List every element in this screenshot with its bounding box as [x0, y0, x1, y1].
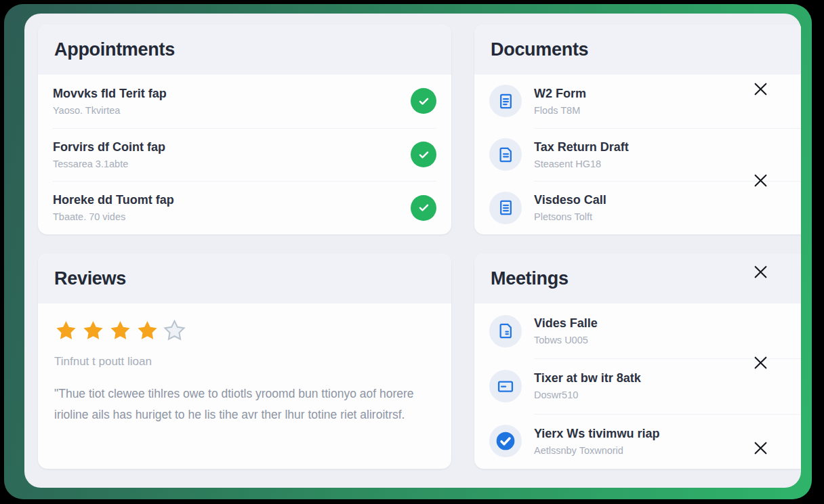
appointment-title: Horeke dd Tuomt fap: [53, 193, 174, 207]
document-icon: [489, 85, 522, 117]
document-title: Tax Return Draft: [534, 140, 629, 154]
document-subtitle: Flods T8M: [534, 105, 586, 116]
appointment-subtitle: Tbaate. 70 vides: [53, 211, 174, 222]
meeting-title: Yierx Ws tivimwu riap: [534, 427, 659, 441]
appointment-title: Movvks fld Terit fap: [53, 87, 167, 101]
document-subtitle: Steasent HG18: [534, 159, 629, 169]
appointment-subtitle: Yaoso. Tkvirtea: [53, 105, 167, 116]
document-subtitle: Pletsons Tolft: [534, 211, 606, 222]
appointments-header: Appointments: [38, 24, 451, 75]
appointment-subtitle: Tessarea 3.1abte: [53, 159, 165, 169]
star-icon: [136, 319, 159, 343]
reviews-title: Reviews: [54, 268, 126, 289]
check-circle-icon: [411, 88, 436, 114]
document-icon: [489, 138, 522, 171]
star-rating: [54, 319, 435, 343]
star-icon: [108, 319, 132, 343]
check-circle-icon: [411, 195, 436, 221]
meeting-subtitle: Aetlssnby Toxwnorid: [534, 445, 659, 456]
close-icon[interactable]: [752, 172, 768, 188]
reviews-card: Reviews Tinfnut t poutt lioan "Thue tiot…: [38, 253, 451, 469]
meetings-title: Meetings: [491, 268, 569, 289]
meeting-subtitle: Tobws U005: [534, 335, 598, 345]
document-title: W2 Form: [534, 87, 586, 101]
review-caption: Tinfnut t poutt lioan: [54, 355, 435, 369]
document-icon: [489, 192, 522, 224]
close-icon[interactable]: [752, 81, 768, 97]
file-icon: [489, 315, 522, 348]
meetings-card: Meetings Vides Falle Tobws U005: [474, 253, 801, 469]
review-quote: "Thue tiot clewee tihlres owe to dtiotls…: [54, 383, 434, 425]
star-icon: [163, 319, 186, 343]
documents-header: Documents: [474, 24, 801, 75]
meeting-row[interactable]: Vides Falle Tobws U005: [474, 303, 801, 358]
close-icon[interactable]: [752, 354, 768, 371]
window-icon: [489, 370, 522, 402]
appointments-title: Appointments: [54, 39, 175, 60]
appointment-row[interactable]: Horeke dd Tuomt fap Tbaate. 70 vides: [38, 181, 451, 234]
documents-card: Documents W2 Form Flods T8M: [474, 24, 801, 234]
documents-title: Documents: [491, 39, 588, 60]
meeting-subtitle: Doswr510: [534, 390, 641, 400]
reviews-header: Reviews: [38, 253, 451, 303]
dashboard-canvas: Appointments Movvks fld Terit fap Yaoso.…: [24, 14, 801, 488]
check-circle-filled-icon: [489, 425, 522, 457]
close-icon[interactable]: [752, 440, 768, 456]
close-icon[interactable]: [752, 264, 768, 280]
star-icon: [81, 319, 105, 343]
appointments-card: Appointments Movvks fld Terit fap Yaoso.…: [38, 24, 451, 234]
document-row[interactable]: Visdeso Call Pletsons Tolft: [474, 181, 801, 234]
appointment-title: Forvirs df Coint fap: [53, 140, 165, 154]
meeting-title: Vides Falle: [534, 316, 598, 331]
star-icon: [54, 319, 78, 343]
check-circle-icon: [411, 142, 436, 167]
document-title: Visdeso Call: [534, 193, 606, 207]
meeting-title: Tixer at bw itr 8atk: [534, 371, 641, 385]
appointment-row[interactable]: Forvirs df Coint fap Tessarea 3.1abte: [38, 128, 451, 182]
appointment-row[interactable]: Movvks fld Terit fap Yaoso. Tkvirtea: [38, 75, 451, 128]
